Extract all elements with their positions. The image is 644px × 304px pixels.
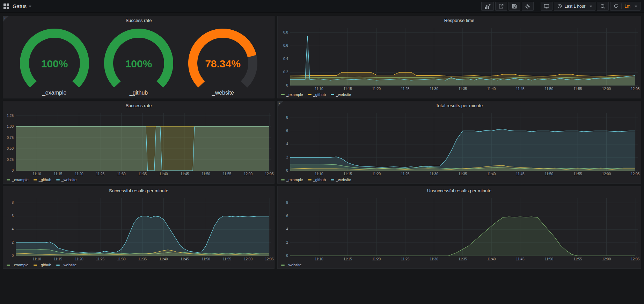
y-tick-label: 1.00 — [7, 125, 14, 128]
panel-unsuccessful-results: Unsuccessful results per minute 11:1011:… — [277, 186, 641, 269]
x-tick-label: 11:20 — [75, 172, 83, 176]
x-tick-label: 11:15 — [343, 172, 352, 176]
timeseries-chart[interactable]: 11:1011:1511:2011:2511:3011:3511:4011:45… — [278, 25, 641, 91]
legend-swatch — [34, 265, 37, 266]
x-tick-label: 11:25 — [96, 172, 105, 176]
y-tick-label: 0.4 — [283, 57, 288, 61]
y-tick-label: 8 — [286, 201, 288, 205]
legend-label: _example — [286, 92, 303, 97]
y-tick-label: 6 — [286, 214, 288, 218]
legend-item-_example[interactable]: _example — [281, 178, 303, 182]
x-tick-label: 11:10 — [315, 257, 323, 261]
chart-legend: _example_github_website — [3, 261, 274, 268]
x-tick-label: 11:30 — [430, 87, 438, 91]
refresh-picker[interactable]: 1m — [610, 2, 641, 11]
panel-title[interactable]: Total results per minute — [278, 101, 641, 110]
y-tick-label: 0.50 — [7, 147, 14, 150]
y-tick-label: 0.2 — [283, 70, 288, 74]
chart-canvas: 11:1011:1511:2011:2511:3011:3511:4011:45… — [3, 110, 274, 176]
y-tick-label: 0 — [286, 83, 288, 87]
legend-item-_github[interactable]: _github — [34, 178, 51, 182]
legend-swatch — [331, 94, 334, 95]
cycle-view-button[interactable] — [541, 2, 552, 11]
add-panel-icon — [484, 3, 491, 9]
dashboard-title[interactable]: Gatus — [13, 3, 27, 9]
add-panel-button[interactable] — [481, 2, 494, 11]
settings-button[interactable] — [522, 2, 534, 11]
timeseries-chart[interactable]: 11:1011:1511:2011:2511:3011:3511:4011:45… — [278, 195, 641, 261]
legend-item-_website[interactable]: _website — [331, 92, 351, 97]
legend-item-_website[interactable]: _website — [281, 263, 301, 267]
x-tick-label: 11:45 — [516, 257, 525, 261]
gauge-arc: 78.34% — [182, 28, 264, 90]
y-tick-label: 8 — [12, 201, 14, 205]
x-tick-label: 12:05 — [631, 172, 639, 176]
x-tick-label: 11:25 — [96, 257, 105, 261]
share-button[interactable] — [495, 2, 507, 11]
legend-swatch — [281, 265, 285, 266]
x-tick-label: 11:40 — [487, 257, 496, 261]
x-tick-label: 11:50 — [202, 172, 210, 176]
panel-response-time: Response time 11:1011:1511:2011:2511:301… — [277, 16, 641, 98]
legend-swatch — [308, 94, 312, 95]
clock-icon — [557, 3, 562, 9]
legend-label: _example — [12, 263, 29, 267]
legend-label: _website — [336, 92, 351, 97]
y-tick-label: 6 — [286, 129, 288, 133]
y-tick-label: 0 — [286, 254, 288, 258]
legend-item-_example[interactable]: _example — [7, 263, 29, 267]
panel-title[interactable]: Success rate — [3, 16, 274, 25]
legend-item-_github[interactable]: _github — [34, 263, 51, 267]
panel-total-results: i Total results per minute 11:1011:1511:… — [277, 101, 641, 184]
save-button[interactable] — [508, 2, 520, 11]
panel-title[interactable]: Success rate — [3, 101, 274, 110]
x-tick-label: 11:35 — [138, 257, 147, 261]
chart-legend: _example_github_website — [278, 176, 641, 183]
timeseries-chart[interactable]: 11:1011:1511:2011:2511:3011:3511:4011:45… — [278, 110, 641, 176]
y-tick-label: 2 — [286, 240, 288, 244]
refresh-caret-down-icon — [635, 6, 637, 7]
gauge-series-label: _example — [42, 90, 66, 96]
panel-success-rate-timeseries: Success rate 11:1011:1511:2011:2511:3011… — [3, 101, 275, 184]
y-tick-label: 0.25 — [7, 158, 14, 162]
x-tick-label: 11:55 — [573, 257, 582, 261]
legend-item-_website[interactable]: _website — [56, 263, 76, 267]
y-tick-label: 4 — [12, 227, 14, 231]
x-tick-label: 12:00 — [602, 87, 611, 91]
y-tick-label: 0 — [286, 169, 288, 172]
legend-swatch — [7, 265, 10, 266]
time-range-picker[interactable]: Last 1 hour — [554, 2, 595, 11]
dashboard-caret-down-icon[interactable] — [29, 6, 31, 7]
y-tick-label: 4 — [286, 142, 288, 146]
legend-item-_example[interactable]: _example — [281, 92, 303, 97]
gauge-value: 78.34% — [205, 58, 241, 69]
series-area-_website — [16, 216, 269, 256]
x-tick-label: 11:50 — [545, 87, 554, 91]
x-tick-label: 11:10 — [315, 172, 323, 176]
time-range-label: Last 1 hour — [564, 4, 585, 9]
panel-title[interactable]: Successful results per minute — [3, 186, 274, 195]
timeseries-chart[interactable]: 11:1011:1511:2011:2511:3011:3511:4011:45… — [3, 110, 274, 176]
legend-item-_website[interactable]: _website — [56, 178, 76, 182]
panel-title[interactable]: Unsuccessful results per minute — [278, 186, 641, 195]
x-tick-label: 11:35 — [459, 87, 467, 91]
legend-item-_website[interactable]: _website — [331, 178, 351, 182]
panel-title[interactable]: Response time — [278, 16, 641, 25]
gauge-_example: 100%_example — [13, 28, 96, 96]
panel-info-icon[interactable]: i — [278, 101, 283, 107]
x-tick-label: 11:30 — [117, 257, 126, 261]
x-tick-label: 11:25 — [401, 87, 410, 91]
x-tick-label: 11:10 — [32, 257, 41, 261]
panel-info-icon[interactable]: i — [3, 16, 9, 22]
x-tick-label: 11:15 — [343, 257, 352, 261]
gauge-series-label: _github — [130, 90, 148, 96]
legend-item-_github[interactable]: _github — [308, 178, 326, 182]
legend-label: _website — [61, 263, 76, 267]
chart-canvas: 11:1011:1511:2011:2511:3011:3511:4011:45… — [278, 25, 641, 91]
zoom-out-button[interactable] — [597, 2, 609, 11]
timeseries-chart[interactable]: 11:1011:1511:2011:2511:3011:3511:4011:45… — [3, 195, 274, 261]
share-icon — [498, 3, 504, 9]
dashboards-grid-icon[interactable] — [3, 3, 9, 9]
legend-item-_github[interactable]: _github — [308, 92, 326, 97]
legend-item-_example[interactable]: _example — [7, 178, 29, 182]
